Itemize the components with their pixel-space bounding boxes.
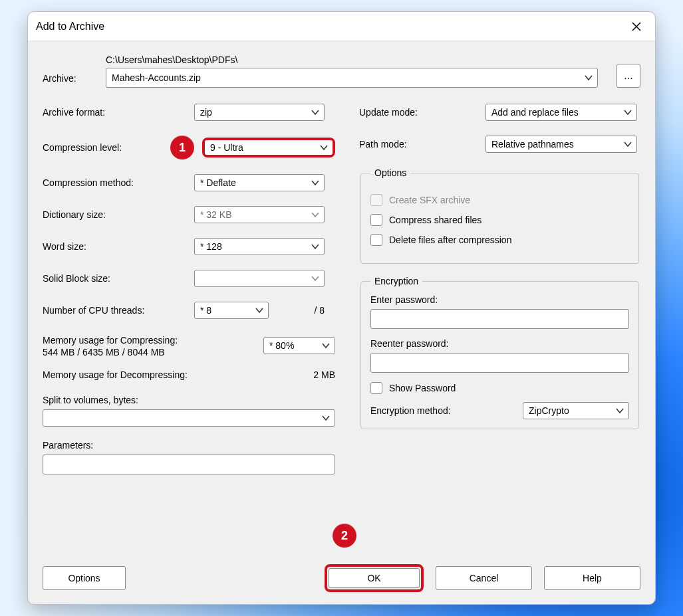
ellipsis-icon: ... <box>624 70 632 82</box>
compression-level-label: Compression level: <box>43 142 170 153</box>
options-button[interactable]: Options <box>43 566 126 590</box>
options-group: Options Create SFX archive Compress shar… <box>360 167 639 264</box>
archive-format-select[interactable]: zip <box>194 104 325 121</box>
chevron-down-icon <box>317 342 335 350</box>
cancel-button[interactable]: Cancel <box>436 566 532 590</box>
archive-label: Archive: <box>43 73 99 88</box>
split-volumes-label: Split to volumes, bytes: <box>43 395 335 405</box>
solid-block-size-select[interactable] <box>194 270 325 287</box>
cpu-threads-select[interactable]: * 8 <box>194 302 269 319</box>
checkbox-icon <box>370 234 382 246</box>
solid-block-size-label: Solid Block size: <box>43 273 194 284</box>
word-size-select[interactable]: * 128 <box>194 238 325 255</box>
encryption-method-select[interactable]: ZipCrypto <box>523 402 629 419</box>
mem-compress-label: Memory usage for Compressing: <box>43 335 247 346</box>
enter-password-label: Enter password: <box>370 294 629 305</box>
chevron-down-icon <box>619 108 636 116</box>
parameters-label: Parameters: <box>43 440 335 451</box>
encryption-method-label: Encryption method: <box>370 405 513 416</box>
dictionary-size-select[interactable]: * 32 KB <box>194 206 325 223</box>
cpu-threads-label: Number of CPU threads: <box>43 305 194 316</box>
dictionary-size-label: Dictionary size: <box>43 209 194 220</box>
compression-method-label: Compression method: <box>43 177 194 188</box>
chevron-down-icon <box>307 108 324 116</box>
update-mode-select[interactable]: Add and replace files <box>485 104 637 121</box>
chevron-down-icon <box>251 306 268 314</box>
split-volumes-select[interactable] <box>43 409 335 427</box>
compress-shared-checkbox[interactable]: Compress shared files <box>370 214 629 226</box>
help-button[interactable]: Help <box>544 566 640 590</box>
mem-compress-select[interactable]: * 80% <box>263 337 335 354</box>
compression-level-select[interactable]: 9 - Ultra <box>205 140 333 155</box>
mem-decompress-value: 2 MB <box>313 369 335 380</box>
chevron-down-icon <box>317 414 335 422</box>
mem-decompress-label: Memory usage for Decompressing: <box>43 369 313 380</box>
close-button[interactable] <box>626 16 647 37</box>
sfx-checkbox: Create SFX archive <box>370 194 629 206</box>
encryption-group: Encryption Enter password: Reenter passw… <box>360 276 639 429</box>
mem-compress-detail: 544 MB / 6435 MB / 8044 MB <box>43 347 247 358</box>
window-title: Add to Archive <box>36 21 626 33</box>
path-mode-select[interactable]: Relative pathnames <box>485 136 637 153</box>
chevron-down-icon <box>307 243 324 251</box>
checkbox-icon <box>370 214 382 226</box>
chevron-down-icon <box>315 144 333 152</box>
chevron-down-icon <box>307 274 324 282</box>
checkbox-icon <box>370 194 382 206</box>
archive-format-label: Archive format: <box>43 107 194 118</box>
options-legend: Options <box>370 167 410 178</box>
close-icon <box>632 22 641 31</box>
reenter-password-input[interactable] <box>370 353 629 373</box>
archive-path: C:\Users\mahes\Desktop\PDFs\ <box>106 54 598 65</box>
callout-badge-1: 1 <box>170 136 194 159</box>
word-size-label: Word size: <box>43 241 194 252</box>
reenter-password-label: Reenter password: <box>370 338 629 349</box>
enter-password-input[interactable] <box>370 309 629 329</box>
ok-button[interactable]: OK <box>329 568 420 588</box>
parameters-input[interactable] <box>43 455 335 474</box>
path-mode-label: Path mode: <box>359 139 485 150</box>
show-password-checkbox[interactable]: Show Password <box>370 382 629 394</box>
compression-method-select[interactable]: * Deflate <box>194 174 325 191</box>
chevron-down-icon <box>307 179 324 187</box>
callout-badge-2: 2 <box>333 524 356 548</box>
delete-after-checkbox[interactable]: Delete files after compression <box>370 234 629 246</box>
titlebar: Add to Archive <box>28 12 655 41</box>
chevron-down-icon <box>307 211 324 219</box>
checkbox-icon <box>370 382 382 394</box>
archive-filename-combo[interactable]: Mahesh-Accounts.zip <box>106 68 598 88</box>
chevron-down-icon <box>611 407 628 415</box>
chevron-down-icon <box>580 74 597 82</box>
encryption-legend: Encryption <box>370 276 422 286</box>
ok-highlight: OK <box>325 564 424 592</box>
chevron-down-icon <box>619 140 636 148</box>
add-to-archive-dialog: Add to Archive Archive: C:\Users\mahes\D… <box>27 11 656 605</box>
update-mode-label: Update mode: <box>359 107 485 118</box>
cpu-threads-total: / 8 <box>269 305 325 316</box>
browse-archive-button[interactable]: ... <box>616 64 640 88</box>
archive-filename: Mahesh-Accounts.zip <box>106 72 580 83</box>
